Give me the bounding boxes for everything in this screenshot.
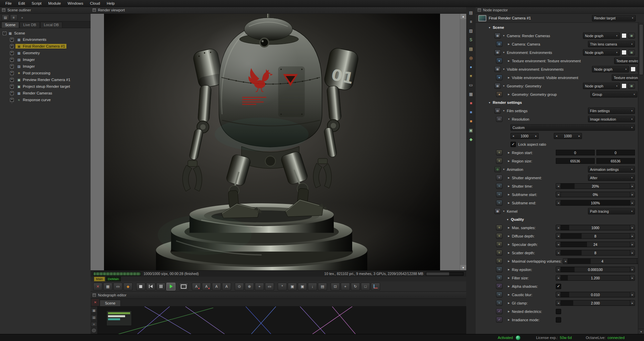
- pause-render-button[interactable]: [156, 283, 165, 290]
- inspector-scrollbar[interactable]: ▼: [638, 22, 644, 334]
- slider-increment-icon[interactable]: ▶: [630, 275, 635, 280]
- expand-icon[interactable]: +: [10, 98, 14, 102]
- slider-decrement-icon[interactable]: ◀: [556, 275, 560, 280]
- folder-blue-icon[interactable]: ■: [467, 109, 475, 116]
- delete-node-icon[interactable]: ✕: [92, 299, 99, 305]
- expander-icon[interactable]: ▶: [507, 285, 511, 288]
- node-wire[interactable]: [300, 306, 325, 334]
- render-pass-main-chip[interactable]: Main: [94, 277, 105, 281]
- expand-icon[interactable]: +: [10, 71, 14, 75]
- expander-icon[interactable]: ▶: [507, 243, 511, 246]
- slider-decrement-icon[interactable]: ◀: [556, 225, 560, 230]
- dropdown[interactable]: Thin lens camera▼: [588, 41, 635, 47]
- open-node-graph-icon[interactable]: ▦: [628, 83, 635, 89]
- slider-decrement-icon[interactable]: ◀: [556, 233, 560, 238]
- expander-icon[interactable]: ▶: [507, 93, 511, 96]
- slider-increment-icon[interactable]: ▶: [630, 292, 635, 297]
- param-visible-environment-visible-environment[interactable]: ●▶Visible environment: Visible environme…: [476, 75, 638, 80]
- param-region-start[interactable]: ≡▶Region start:00: [476, 150, 638, 155]
- stepper-increment-icon[interactable]: ▶: [534, 135, 538, 137]
- expander-icon[interactable]: ▶: [507, 293, 511, 296]
- tree-root-item[interactable]: −▦Scene: [0, 30, 91, 36]
- nodegraph-tab-scene[interactable]: Scene: [100, 300, 121, 306]
- resolution-stepper[interactable]: ◀1000▶: [554, 133, 582, 139]
- param-gi-clamp[interactable]: ≈▶GI clamp:◀2.000▶: [476, 300, 638, 306]
- slider-decrement-icon[interactable]: ◀: [563, 259, 568, 264]
- color-swatch[interactable]: [631, 67, 636, 72]
- slider-track[interactable]: 2.000: [560, 300, 630, 305]
- param-specular-depth[interactable]: ≡▶Specular depth:◀24▶: [476, 242, 638, 247]
- dropdown[interactable]: After▼: [588, 175, 635, 181]
- imager-neutral-button[interactable]: A: [222, 283, 231, 290]
- expand-icon[interactable]: +: [10, 78, 14, 82]
- imager-response-button[interactable]: A: [192, 283, 201, 290]
- dropdown[interactable]: Node graph▼: [583, 32, 620, 39]
- subsample-button[interactable]: ▭: [113, 283, 122, 290]
- new-node-icon[interactable]: ▤: [2, 14, 9, 21]
- imager-exposure-button[interactable]: A: [212, 283, 221, 290]
- star-icon[interactable]: ◆: [467, 136, 475, 143]
- slider-decrement-icon[interactable]: ◀: [556, 184, 560, 189]
- white-point-picker-button[interactable]: ⊙: [235, 283, 244, 290]
- layers-icon[interactable]: ▤: [467, 9, 475, 16]
- param-slider[interactable]: ◀1000▶: [556, 225, 635, 230]
- open-node-graph-icon[interactable]: ▦: [628, 33, 635, 39]
- collapse-icon[interactable]: −: [3, 31, 6, 35]
- param-shutter-time[interactable]: ≈▶Shutter time:◀20%▶: [476, 183, 638, 189]
- param-subframe-end[interactable]: ≈▶Subframe end:◀100%▶: [476, 200, 638, 206]
- param-nested-dielectrics[interactable]: ✓▶Nested dielectrics:: [476, 309, 638, 314]
- section-collapse-icon[interactable]: ▼: [488, 101, 491, 104]
- param-checkbox[interactable]: [556, 317, 561, 323]
- expander-icon[interactable]: ▶: [507, 235, 511, 237]
- slider-increment-icon[interactable]: ▶: [630, 200, 635, 205]
- background-color-button[interactable]: ◆: [123, 283, 132, 290]
- tree-item-imager[interactable]: +▨Imager: [0, 56, 91, 63]
- param-slider[interactable]: ◀24▶: [556, 242, 635, 247]
- slider-increment-icon[interactable]: ▶: [630, 267, 635, 272]
- script-icon[interactable]: S: [467, 37, 475, 43]
- expander-icon[interactable]: ▶: [507, 160, 511, 162]
- tree-item-environments[interactable]: +▦Environments: [0, 36, 91, 43]
- slider-decrement-icon[interactable]: ◀: [556, 292, 560, 297]
- image-icon[interactable]: ▨: [467, 27, 475, 34]
- nodegraph-canvas[interactable]: [98, 306, 466, 334]
- slider-track[interactable]: 8: [560, 250, 630, 255]
- slider-track[interactable]: 24: [560, 242, 630, 247]
- param-checkbox[interactable]: [556, 309, 561, 314]
- expander-icon[interactable]: ▶: [507, 151, 511, 154]
- axis-gizmo-button[interactable]: [371, 283, 380, 290]
- viewport-scrollbar[interactable]: ▲ ▼: [460, 14, 466, 270]
- expand-icon[interactable]: +: [10, 38, 14, 42]
- color-swatch[interactable]: [622, 50, 627, 55]
- param-maximal-overlapping-volumes[interactable]: ≡▶Maximal overlapping volumes:◀4▶: [476, 258, 638, 264]
- menu-item-cloud[interactable]: Cloud: [87, 1, 103, 6]
- param-ray-epsilon[interactable]: ≈▶Ray epsilon:◀0.000100▶: [476, 267, 638, 272]
- picture-icon[interactable]: ▣: [467, 127, 475, 134]
- tab-live-db[interactable]: Live DB: [19, 22, 40, 28]
- lock-camera-button[interactable]: ⊡: [331, 283, 340, 290]
- expander-icon[interactable]: ▶: [507, 268, 511, 271]
- region-pick-button[interactable]: ▭: [265, 283, 274, 290]
- slider-track[interactable]: 8: [560, 233, 630, 238]
- slider-increment-icon[interactable]: ▶: [630, 184, 635, 189]
- param-geometry-geometry[interactable]: ▦▼Geometry: GeometryNode graph▼▦: [476, 83, 638, 89]
- expand-icon[interactable]: +: [10, 85, 14, 88]
- dropdown[interactable]: Image resolution▼: [588, 116, 635, 122]
- dropdown[interactable]: Node graph▼: [583, 49, 620, 56]
- tree-item-response-curve[interactable]: +≈Response curve: [0, 96, 91, 103]
- param-diffuse-depth[interactable]: ≡▶Diffuse depth:◀8▶: [476, 233, 638, 239]
- slider-decrement-icon[interactable]: ◀: [556, 242, 560, 247]
- slider-increment-icon[interactable]: ▶: [630, 242, 635, 247]
- sync-disabled-icon[interactable]: ●: [18, 14, 26, 21]
- param-geometry-geometry-group[interactable]: ▲▶Geometry: Geometry groupGroup▼: [476, 91, 638, 97]
- expander-icon[interactable]: ▶: [507, 43, 511, 46]
- document-icon[interactable]: ▭: [467, 82, 475, 88]
- expander-icon[interactable]: ▶: [507, 193, 511, 196]
- expander-icon[interactable]: ▼: [502, 85, 505, 87]
- save-image-button[interactable]: ↓: [308, 283, 317, 290]
- lock-aspect-checkbox[interactable]: ✓: [511, 142, 516, 147]
- param-camera-render-cameras[interactable]: ▦▼Camera: Render CamerasNode graph▼▦: [476, 33, 638, 39]
- param-slider[interactable]: ◀0.000100▶: [556, 267, 635, 272]
- node-wire[interactable]: [332, 306, 356, 334]
- slider-track[interactable]: 1000: [560, 225, 630, 230]
